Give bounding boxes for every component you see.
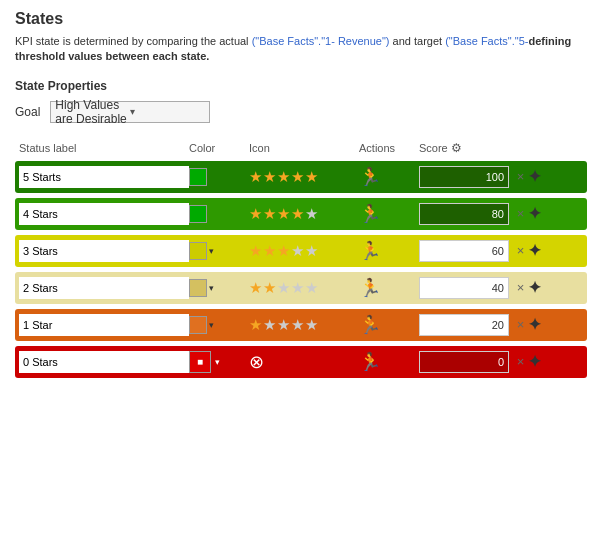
- star-filled: ★: [263, 279, 276, 297]
- icon-cell: [189, 168, 249, 186]
- status-row-3: ▾ ★★★★★ 🏃 × ✦: [15, 272, 587, 304]
- status-label-input[interactable]: [19, 277, 189, 299]
- runner-icon[interactable]: 🏃: [359, 352, 381, 372]
- action-icon-cell[interactable]: 🏃: [359, 351, 419, 373]
- swatch-arrow[interactable]: ▾: [209, 320, 214, 330]
- row-actions: × ✦: [509, 204, 549, 223]
- special-icon[interactable]: ⊗: [249, 352, 264, 372]
- stars-display: ★★★★★: [249, 279, 359, 297]
- add-button[interactable]: ✦: [528, 204, 541, 223]
- star-empty: ★: [305, 279, 318, 297]
- remove-button[interactable]: ×: [517, 206, 525, 221]
- stars-display: ★★★★★: [249, 242, 359, 260]
- swatch-arrow[interactable]: ▾: [209, 283, 214, 293]
- add-button[interactable]: ✦: [528, 241, 541, 260]
- row-actions: × ✦: [509, 352, 549, 371]
- score-input[interactable]: [419, 166, 509, 188]
- stars-cell: ★★★★★: [249, 279, 359, 297]
- add-button[interactable]: ✦: [528, 315, 541, 334]
- star-empty: ★: [291, 242, 304, 260]
- action-icon-cell[interactable]: 🏃: [359, 203, 419, 225]
- star-filled: ★: [263, 168, 276, 186]
- runner-icon[interactable]: 🏃: [359, 315, 381, 335]
- stars-display: ★★★★★: [249, 316, 359, 334]
- star-filled: ★: [305, 168, 318, 186]
- stars-cell: ★★★★★: [249, 316, 359, 334]
- status-row-4: ▾ ★★★★★ 🏃 × ✦: [15, 309, 587, 341]
- star-filled: ★: [277, 205, 290, 223]
- star-filled: ★: [291, 205, 304, 223]
- action-icon-cell[interactable]: 🏃: [359, 240, 419, 262]
- status-label-input[interactable]: [19, 314, 189, 336]
- runner-icon[interactable]: 🏃: [359, 241, 381, 261]
- color-swatch-box[interactable]: [189, 279, 207, 297]
- star-empty: ★: [305, 316, 318, 334]
- status-row-5: ■ ▾ ⊗ 🏃 × ✦: [15, 346, 587, 378]
- runner-icon[interactable]: 🏃: [359, 278, 381, 298]
- action-icon-cell[interactable]: 🏃: [359, 166, 419, 188]
- remove-button[interactable]: ×: [517, 354, 525, 369]
- color-swatch-box[interactable]: [189, 205, 207, 223]
- color-swatch-box[interactable]: [189, 168, 207, 186]
- status-row-0: ★★★★★ 🏃 × ✦: [15, 161, 587, 193]
- swatch-arrow[interactable]: ▾: [215, 357, 220, 367]
- goal-dropdown-arrow: ▾: [130, 106, 205, 117]
- col-header-actions: Actions: [359, 142, 419, 154]
- star-empty: ★: [263, 316, 276, 334]
- color-swatch-box[interactable]: [189, 316, 207, 334]
- star-filled: ★: [249, 279, 262, 297]
- icon-cell: [189, 205, 249, 223]
- status-label-input[interactable]: [19, 351, 189, 373]
- table-header: Status label Color Icon Actions Score ⚙: [15, 139, 587, 157]
- star-filled: ★: [291, 168, 304, 186]
- add-button[interactable]: ✦: [528, 167, 541, 186]
- stars-display: ★★★★★: [249, 168, 359, 186]
- star-empty: ★: [291, 316, 304, 334]
- runner-icon[interactable]: 🏃: [359, 167, 381, 187]
- col-header-score: Score ⚙: [419, 141, 509, 155]
- star-filled: ★: [249, 168, 262, 186]
- col-header-status: Status label: [19, 142, 189, 154]
- add-button[interactable]: ✦: [528, 278, 541, 297]
- remove-button[interactable]: ×: [517, 169, 525, 184]
- stars-cell: ★★★★★: [249, 205, 359, 223]
- swatch-arrow[interactable]: ▾: [209, 246, 214, 256]
- gear-icon[interactable]: ⚙: [451, 141, 462, 155]
- row-actions: × ✦: [509, 315, 549, 334]
- status-label-input[interactable]: [19, 240, 189, 262]
- runner-icon[interactable]: 🏃: [359, 204, 381, 224]
- star-filled: ★: [249, 316, 262, 334]
- remove-button[interactable]: ×: [517, 280, 525, 295]
- score-input[interactable]: [419, 240, 509, 262]
- star-filled: ★: [277, 242, 290, 260]
- score-input[interactable]: [419, 351, 509, 373]
- action-icon-cell[interactable]: 🏃: [359, 277, 419, 299]
- status-label-input[interactable]: [19, 203, 189, 225]
- score-input[interactable]: [419, 277, 509, 299]
- icon-cell: ▾: [189, 242, 249, 260]
- stars-display: ★★★★★: [249, 205, 359, 223]
- status-label-input[interactable]: [19, 166, 189, 188]
- color-swatch-box[interactable]: ■: [189, 351, 211, 373]
- stars-cell: ⊗: [249, 351, 359, 373]
- page-description: KPI state is determined by comparing the…: [15, 34, 587, 65]
- star-empty: ★: [277, 316, 290, 334]
- action-icon-cell[interactable]: 🏃: [359, 314, 419, 336]
- row-actions: × ✦: [509, 167, 549, 186]
- score-input[interactable]: [419, 314, 509, 336]
- row-actions: × ✦: [509, 278, 549, 297]
- row-actions: × ✦: [509, 241, 549, 260]
- star-filled: ★: [263, 205, 276, 223]
- color-swatch-box[interactable]: [189, 242, 207, 260]
- remove-button[interactable]: ×: [517, 317, 525, 332]
- status-row-2: ▾ ★★★★★ 🏃 × ✦: [15, 235, 587, 267]
- goal-select[interactable]: High Values are Desirable ▾: [50, 101, 210, 123]
- remove-button[interactable]: ×: [517, 243, 525, 258]
- icon-cell: ▾: [189, 316, 249, 334]
- star-filled: ★: [249, 242, 262, 260]
- icon-cell-special: ■ ▾: [189, 351, 249, 373]
- goal-row: Goal High Values are Desirable ▾: [15, 101, 587, 123]
- col-header-icon: Icon: [249, 142, 359, 154]
- score-input[interactable]: [419, 203, 509, 225]
- add-button[interactable]: ✦: [528, 352, 541, 371]
